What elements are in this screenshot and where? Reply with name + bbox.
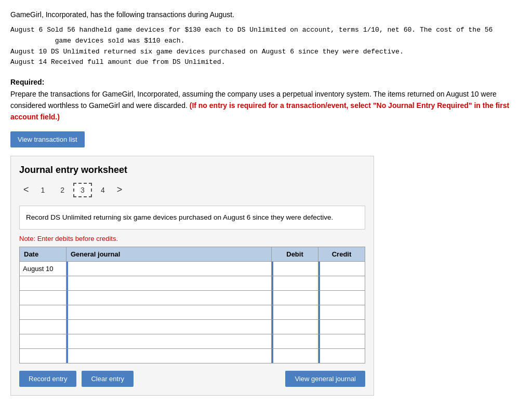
journal-table: Date General journal Debit Credit August… — [19, 247, 365, 363]
debit-cell-1[interactable] — [272, 262, 318, 276]
debit-input-2[interactable] — [272, 276, 318, 290]
table-row — [20, 276, 365, 291]
credit-cell-3[interactable] — [318, 291, 365, 305]
general-input-3[interactable] — [66, 291, 271, 305]
general-cell-1[interactable] — [66, 262, 272, 276]
col-header-debit: Debit — [272, 247, 318, 262]
date-cell-4 — [20, 305, 66, 320]
worksheet-description: Record DS Unlimited returning six game d… — [19, 206, 365, 230]
debit-input-4[interactable] — [272, 305, 318, 319]
credit-cell-4[interactable] — [318, 305, 365, 320]
date-cell-5 — [20, 320, 66, 334]
worksheet-note: Note: Enter debits before credits. — [19, 235, 365, 242]
debit-input-6[interactable] — [272, 334, 318, 348]
general-input-6[interactable] — [66, 334, 271, 348]
nav-next-button[interactable]: > — [113, 183, 127, 196]
credit-cell-5[interactable] — [318, 320, 365, 334]
view-general-journal-button[interactable]: View general journal — [285, 371, 365, 387]
view-transaction-list-button[interactable]: View transaction list — [10, 131, 85, 147]
credit-input-2[interactable] — [318, 276, 365, 290]
credit-input-7[interactable] — [318, 349, 365, 363]
general-cell-4[interactable] — [66, 305, 272, 320]
transaction-line-4: August 14 Received full amount due from … — [10, 57, 522, 68]
credit-cell-2[interactable] — [318, 276, 365, 291]
debit-cell-5[interactable] — [272, 320, 318, 334]
credit-input-4[interactable] — [318, 305, 365, 319]
col-header-date: Date — [20, 247, 66, 262]
date-cell-2 — [20, 276, 66, 291]
required-label: Required: — [10, 78, 44, 86]
general-input-4[interactable] — [66, 305, 271, 319]
transactions-block: August 6 Sold 56 handheld game devices f… — [10, 25, 522, 68]
general-input-7[interactable] — [66, 349, 271, 363]
clear-entry-button[interactable]: Clear entry — [82, 371, 134, 387]
general-cell-2[interactable] — [66, 276, 272, 291]
date-cell-7 — [20, 349, 66, 363]
credit-input-6[interactable] — [318, 334, 365, 348]
date-cell-3 — [20, 291, 66, 305]
debit-input-1[interactable] — [272, 262, 318, 276]
general-cell-3[interactable] — [66, 291, 272, 305]
credit-input-1[interactable] — [318, 262, 365, 276]
table-row: August 10 — [20, 262, 365, 276]
general-input-5[interactable] — [66, 320, 271, 334]
general-cell-7[interactable] — [66, 349, 272, 363]
col-header-general-journal: General journal — [66, 247, 272, 262]
credit-cell-7[interactable] — [318, 349, 365, 363]
date-cell-1: August 10 — [20, 262, 66, 276]
table-row — [20, 334, 365, 349]
required-section: Required: Prepare the transactions for G… — [10, 76, 522, 123]
transaction-line-2: game devices sold was $110 each. — [10, 36, 522, 47]
general-cell-5[interactable] — [66, 320, 272, 334]
intro-text: GameGirl, Incorporated, has the followin… — [10, 10, 522, 19]
credit-input-3[interactable] — [318, 291, 365, 305]
worksheet-title: Journal entry worksheet — [19, 165, 365, 176]
credit-cell-1[interactable] — [318, 262, 365, 276]
worksheet-container: Journal entry worksheet < 1 2 3 4 > Reco… — [10, 156, 374, 396]
tab-2-button[interactable]: 2 — [54, 183, 71, 197]
tab-1-button[interactable]: 1 — [34, 183, 52, 197]
table-row — [20, 320, 365, 334]
transaction-line-3: August 10 DS Unlimited returned six game… — [10, 47, 522, 58]
debit-cell-3[interactable] — [272, 291, 318, 305]
debit-input-5[interactable] — [272, 320, 318, 334]
debit-cell-4[interactable] — [272, 305, 318, 320]
debit-cell-2[interactable] — [272, 276, 318, 291]
debit-cell-6[interactable] — [272, 334, 318, 349]
credit-cell-6[interactable] — [318, 334, 365, 349]
table-row — [20, 291, 365, 305]
bottom-buttons: Record entry Clear entry View general jo… — [19, 371, 365, 387]
tab-4-button[interactable]: 4 — [94, 183, 112, 197]
general-input-2[interactable] — [66, 276, 271, 290]
general-cell-6[interactable] — [66, 334, 272, 349]
nav-prev-button[interactable]: < — [19, 183, 33, 196]
nav-row: < 1 2 3 4 > — [19, 183, 365, 197]
debit-cell-7[interactable] — [272, 349, 318, 363]
transaction-line-1: August 6 Sold 56 handheld game devices f… — [10, 25, 522, 36]
general-input-1[interactable] — [66, 262, 271, 276]
date-cell-6 — [20, 334, 66, 349]
tab-3-button[interactable]: 3 — [73, 183, 92, 197]
table-row — [20, 349, 365, 363]
credit-input-5[interactable] — [318, 320, 365, 334]
record-entry-button[interactable]: Record entry — [19, 371, 76, 387]
debit-input-3[interactable] — [272, 291, 318, 305]
col-header-credit: Credit — [318, 247, 365, 262]
debit-input-7[interactable] — [272, 349, 318, 363]
table-row — [20, 305, 365, 320]
